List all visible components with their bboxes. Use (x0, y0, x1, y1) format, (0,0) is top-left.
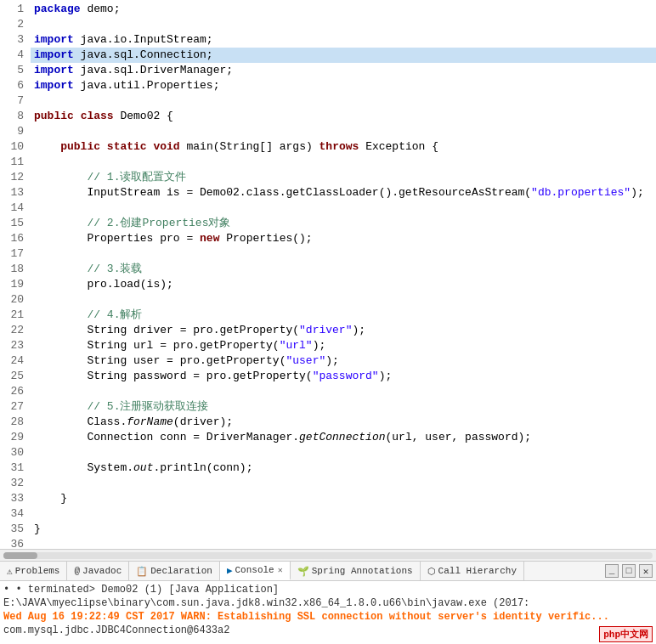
code-line-10: public static void main(String[] args) t… (31, 139, 656, 155)
watermark-text: php中文网 (603, 630, 648, 640)
tab-console-close[interactable]: ✕ (278, 565, 283, 575)
tab-javadoc[interactable]: @ Javadoc (67, 562, 129, 580)
code-line-34 (31, 506, 656, 522)
code-line-25: String password = pro.getProperty("passw… (31, 369, 656, 384)
tab-spring-label: Spring Annotations (312, 566, 413, 576)
code-line-14 (31, 201, 656, 216)
console-warn-text: Wed Aug 16 19:22:49 CST 2017 WARN: Estab… (3, 611, 609, 623)
tab-bar: ⚠ Problems @ Javadoc 📋 Declaration ▶ Con… (0, 561, 656, 581)
console-line-2: Wed Aug 16 19:22:49 CST 2017 WARN: Estab… (3, 610, 653, 624)
code-line-27: // 5.注册驱动获取连接 (31, 399, 656, 415)
code-line-4: import java.sql.Connection; (31, 48, 656, 63)
code-container: 1 2 3 4 5 6 7 8 9 10 11 12 13 14 15 16 1… (0, 0, 656, 549)
code-line-29: Connection conn = DriverManager.getConne… (31, 430, 656, 445)
code-line-18: // 3.装载 (31, 262, 656, 277)
code-line-35: } (31, 522, 656, 537)
code-line-19: pro.load(is); (31, 277, 656, 292)
code-line-36 (31, 537, 656, 549)
tab-bar-controls: _ □ ✕ (605, 564, 656, 578)
tab-javadoc-label: Javadoc (82, 566, 122, 576)
code-line-33: } (31, 491, 656, 506)
declaration-icon: 📋 (136, 566, 148, 577)
close-panel-button[interactable]: ✕ (639, 564, 653, 578)
code-line-9 (31, 124, 656, 139)
tab-callhierarchy-label: Call Hierarchy (438, 566, 517, 576)
code-line-3: import java.io.InputStream; (31, 32, 656, 48)
code-line-16: Properties pro = new Properties(); (31, 231, 656, 246)
spring-icon: 🌱 (297, 566, 309, 577)
code-line-30 (31, 445, 656, 460)
tab-problems-label: Problems (15, 566, 60, 576)
tab-declaration[interactable]: 📋 Declaration (129, 562, 220, 580)
tab-console-label: Console (235, 565, 274, 575)
code-line-12: // 1.读取配置文件 (31, 170, 656, 185)
watermark: php中文网 (599, 626, 653, 642)
code-line-20 (31, 292, 656, 308)
horizontal-scrollbar[interactable] (0, 549, 656, 561)
code-line-17 (31, 246, 656, 262)
code-line-6: import java.util.Properties; (31, 78, 656, 93)
code-line-32 (31, 476, 656, 491)
code-line-24: String user = pro.getProperty("user"); (31, 353, 656, 369)
problems-icon: ⚠ (7, 566, 13, 577)
code-line-1: package demo; (31, 2, 656, 17)
console-line-3: com.mysql.jdbc.JDBC4Connection@6433a2 (3, 624, 653, 637)
maximize-button[interactable]: □ (622, 564, 636, 578)
code-line-26 (31, 384, 656, 399)
console-output-text: com.mysql.jdbc.JDBC4Connection@6433a2 (3, 624, 229, 636)
tab-console[interactable]: ▶ Console ✕ (220, 562, 291, 580)
console-area: • • terminated> Demo02 (1) [Java Applica… (0, 581, 656, 639)
minimize-button[interactable]: _ (605, 564, 619, 578)
console-terminated-text: • terminated> Demo02 (1) [Java Applicati… (3, 584, 529, 609)
callhierarchy-icon: ⬡ (427, 566, 436, 577)
tab-spring[interactable]: 🌱 Spring Annotations (291, 562, 421, 580)
tab-declaration-label: Declaration (150, 566, 212, 576)
code-line-22: String driver = pro.getProperty("driver"… (31, 323, 656, 338)
editor-area: 1 2 3 4 5 6 7 8 9 10 11 12 13 14 15 16 1… (0, 0, 656, 561)
code-content[interactable]: package demo; import java.io.InputStream… (31, 0, 656, 549)
code-line-5: import java.sql.DriverManager; (31, 63, 656, 78)
terminated-icon: • (3, 584, 9, 596)
code-line-28: Class.forName(driver); (31, 415, 656, 430)
code-line-2 (31, 17, 656, 32)
code-line-23: String url = pro.getProperty("url"); (31, 338, 656, 353)
console-line-1: • • terminated> Demo02 (1) [Java Applica… (3, 583, 653, 610)
code-line-31: System.out.println(conn); (31, 460, 656, 476)
console-run-icon: ▶ (227, 565, 233, 576)
code-line-21: // 4.解析 (31, 308, 656, 323)
tab-callhierarchy[interactable]: ⬡ Call Hierarchy (421, 562, 524, 580)
code-line-13: InputStream is = Demo02.class.getClassLo… (31, 185, 656, 201)
code-line-7 (31, 93, 656, 109)
code-line-8: public class Demo02 { (31, 109, 656, 124)
javadoc-icon: @ (74, 566, 80, 576)
tab-problems[interactable]: ⚠ Problems (0, 562, 67, 580)
code-line-15: // 2.创建Properties对象 (31, 216, 656, 231)
line-numbers: 1 2 3 4 5 6 7 8 9 10 11 12 13 14 15 16 1… (0, 0, 31, 549)
code-line-11 (31, 155, 656, 170)
